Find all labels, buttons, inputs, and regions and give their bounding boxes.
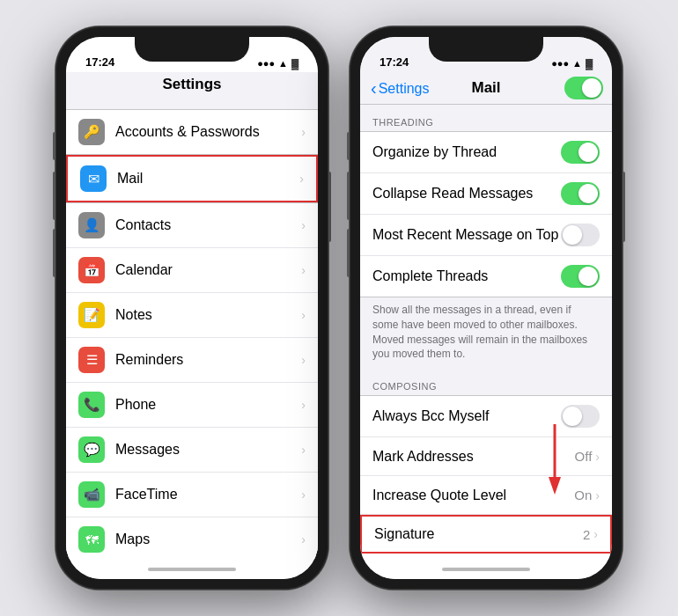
back-chevron-icon: ‹ bbox=[371, 78, 377, 99]
battery-icon: ▓ bbox=[291, 58, 298, 69]
increase-quote-value: On bbox=[574, 488, 592, 502]
list-item-facetime[interactable]: 📹 FaceTime › bbox=[66, 473, 318, 517]
phone-icon: 📞 bbox=[78, 392, 105, 418]
most-recent-label: Most Recent Message on Top bbox=[372, 227, 561, 243]
complete-threads-label: Complete Threads bbox=[372, 268, 561, 284]
right-status-icons: ●●● ▲ ▓ bbox=[551, 58, 593, 69]
threading-description: Show all the messages in a thread, even … bbox=[360, 297, 612, 369]
maps-icon: 🗺 bbox=[78, 526, 105, 553]
notch bbox=[135, 37, 249, 62]
reminders-icon: ☰ bbox=[78, 347, 105, 373]
phone-label: Phone bbox=[115, 397, 301, 413]
messages-label: Messages bbox=[115, 442, 301, 458]
section-group-other: 👤 Contacts › 📅 Calendar › 📝 Note bbox=[66, 203, 318, 560]
calendar-icon: 📅 bbox=[78, 257, 105, 283]
right-status-time: 17:24 bbox=[380, 55, 409, 69]
right-wifi-icon: ▲ bbox=[572, 58, 582, 69]
most-recent-toggle[interactable] bbox=[561, 224, 600, 246]
section-group-mail: ✉ Mail › bbox=[66, 155, 318, 203]
signal-icon: ●●● bbox=[257, 58, 275, 69]
increase-quote-chevron: › bbox=[595, 488, 600, 502]
list-item-messages[interactable]: 💬 Messages › bbox=[66, 428, 318, 473]
list-item-maps[interactable]: 🗺 Maps › bbox=[66, 517, 318, 560]
mark-addresses-item[interactable]: Mark Addresses Off › bbox=[360, 437, 612, 476]
composing-section-label: COMPOSING bbox=[360, 369, 612, 395]
reminders-label: Reminders bbox=[115, 352, 301, 368]
list-item-calendar[interactable]: 📅 Calendar › bbox=[66, 248, 318, 293]
facetime-label: FaceTime bbox=[115, 487, 301, 502]
wifi-icon: ▲ bbox=[278, 58, 288, 69]
calendar-label: Calendar bbox=[115, 262, 301, 278]
mark-addresses-label: Mark Addresses bbox=[372, 449, 575, 465]
accounts-icon: 🔑 bbox=[78, 119, 105, 145]
contacts-icon: 👤 bbox=[78, 212, 105, 238]
signature-label: Signature bbox=[374, 526, 583, 542]
signature-item[interactable]: Signature 2 › bbox=[360, 515, 612, 554]
most-recent-item[interactable]: Most Recent Message on Top bbox=[360, 215, 612, 256]
right-notch bbox=[429, 37, 543, 62]
always-bcc-toggle[interactable] bbox=[561, 405, 600, 428]
contacts-label: Contacts bbox=[115, 217, 301, 233]
accounts-chevron: › bbox=[301, 125, 306, 139]
list-item-mail[interactable]: ✉ Mail › bbox=[66, 155, 318, 202]
status-time: 17:24 bbox=[85, 55, 114, 69]
list-item-notes[interactable]: 📝 Notes › bbox=[66, 293, 318, 338]
complete-threads-toggle[interactable] bbox=[561, 265, 600, 288]
signature-value: 2 bbox=[583, 527, 590, 542]
collapse-read-item[interactable]: Collapse Read Messages bbox=[360, 173, 612, 215]
back-button[interactable]: ‹ Settings bbox=[371, 78, 429, 99]
list-item-reminders[interactable]: ☰ Reminders › bbox=[66, 338, 318, 383]
settings-list: 🔑 Accounts & Passwords › ✉ Mail › bbox=[66, 102, 318, 560]
mail-icon: ✉ bbox=[80, 165, 107, 192]
home-indicator bbox=[66, 560, 318, 579]
accounts-label: Accounts & Passwords bbox=[115, 124, 301, 140]
nav-toggle[interactable] bbox=[564, 77, 603, 99]
organize-thread-toggle[interactable] bbox=[561, 141, 600, 164]
mail-label: Mail bbox=[117, 171, 299, 187]
mark-addresses-value: Off bbox=[575, 449, 593, 464]
always-bcc-label: Always Bcc Myself bbox=[372, 408, 561, 424]
notes-icon: 📝 bbox=[78, 302, 105, 328]
complete-threads-item[interactable]: Complete Threads bbox=[360, 256, 612, 297]
messages-icon: 💬 bbox=[78, 436, 105, 463]
list-item-contacts[interactable]: 👤 Contacts › bbox=[66, 203, 318, 248]
right-home-indicator bbox=[360, 560, 612, 579]
organize-thread-label: Organize by Thread bbox=[372, 144, 561, 160]
increase-quote-label: Increase Quote Level bbox=[372, 488, 574, 503]
right-signal-icon: ●●● bbox=[551, 58, 569, 69]
notes-label: Notes bbox=[115, 307, 301, 323]
right-phone: 17:24 ●●● ▲ ▓ ‹ Settings Mail THREADING bbox=[350, 26, 623, 590]
organize-thread-item[interactable]: Organize by Thread bbox=[360, 132, 612, 173]
collapse-read-label: Collapse Read Messages bbox=[372, 186, 561, 202]
threading-section-label: THREADING bbox=[360, 105, 612, 131]
threading-group: Organize by Thread Collapse Read Message… bbox=[360, 131, 612, 297]
list-item-phone[interactable]: 📞 Phone › bbox=[66, 383, 318, 428]
collapse-read-toggle[interactable] bbox=[561, 182, 600, 205]
left-phone: 17:24 ●●● ▲ ▓ Settings 🔑 Accounts & Pass… bbox=[55, 26, 328, 590]
mail-nav-bar: ‹ Settings Mail bbox=[360, 72, 612, 105]
right-battery-icon: ▓ bbox=[586, 58, 593, 69]
facetime-icon: 📹 bbox=[78, 481, 105, 508]
maps-label: Maps bbox=[115, 532, 301, 547]
list-item-accounts[interactable]: 🔑 Accounts & Passwords › bbox=[66, 110, 318, 154]
mark-addresses-chevron: › bbox=[595, 450, 600, 464]
composing-group: Always Bcc Myself Mark Addresses Off › I… bbox=[360, 395, 612, 560]
back-label: Settings bbox=[379, 80, 430, 96]
signature-chevron: › bbox=[593, 527, 598, 541]
increase-quote-item[interactable]: Increase Quote Level On › bbox=[360, 476, 612, 515]
always-bcc-item[interactable]: Always Bcc Myself bbox=[360, 396, 612, 437]
page-title: Settings bbox=[66, 76, 318, 93]
section-group-accounts: 🔑 Accounts & Passwords › bbox=[66, 109, 318, 155]
mail-title: Mail bbox=[471, 79, 500, 96]
mail-chevron: › bbox=[299, 172, 304, 186]
status-icons: ●●● ▲ ▓ bbox=[257, 58, 298, 69]
default-account-item[interactable]: Default Account Gmail › bbox=[360, 554, 612, 560]
mail-settings-list: THREADING Organize by Thread Collapse Re… bbox=[360, 105, 612, 560]
